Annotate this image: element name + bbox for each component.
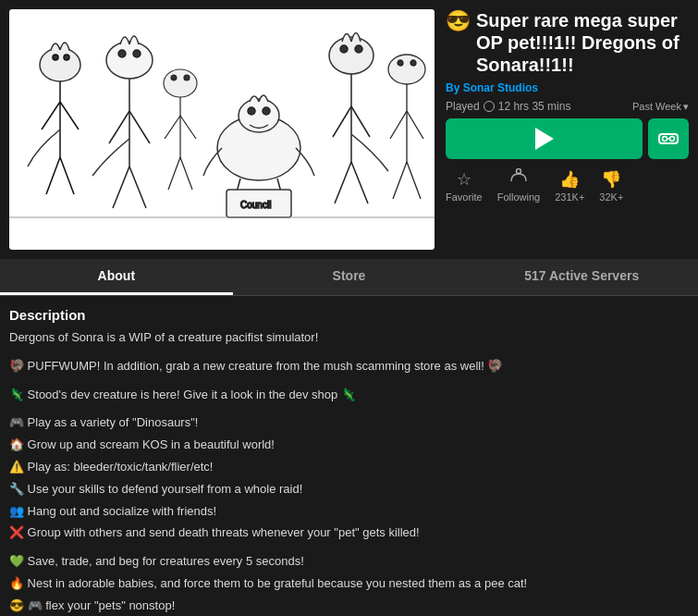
likes-count: 231K+: [555, 191, 584, 203]
stat-dislikes[interactable]: 👎 32K+: [599, 169, 623, 203]
svg-line-43: [407, 111, 423, 139]
tab-servers[interactable]: 517 Active Servers: [465, 259, 698, 295]
svg-line-34: [333, 106, 351, 137]
svg-point-51: [670, 137, 675, 142]
svg-point-47: [410, 60, 416, 66]
tab-store[interactable]: Store: [233, 259, 466, 295]
description-line: [9, 351, 689, 354]
stat-following[interactable]: Following: [497, 168, 540, 203]
play-time-value: 12 hrs 35 mins: [498, 100, 571, 113]
game-title-text: Super rare mega super OP pet!!!1!! Drego…: [476, 9, 689, 76]
play-time-row: Played 12 hrs 35 mins Past Week ▾: [446, 100, 689, 113]
svg-line-36: [335, 162, 351, 203]
svg-line-3: [60, 102, 79, 129]
description-line: 👥 Hang out and socialize with friends!: [9, 502, 689, 522]
svg-point-46: [398, 60, 403, 66]
following-label: Following: [497, 191, 540, 203]
stat-favorite[interactable]: ☆ Favorite: [446, 169, 483, 203]
description-line: 🔥 Nest in adorable babies, and force the…: [9, 574, 689, 594]
dislikes-count: 32K+: [599, 191, 623, 203]
svg-point-25: [239, 99, 279, 132]
play-button[interactable]: [446, 118, 643, 159]
svg-line-42: [390, 111, 407, 139]
svg-line-11: [129, 111, 150, 143]
past-week-dropdown[interactable]: Past Week ▾: [632, 101, 689, 113]
svg-point-16: [164, 69, 197, 97]
svg-point-6: [53, 55, 58, 60]
svg-point-27: [263, 107, 270, 115]
game-title: 😎 Super rare mega super OP pet!!!1!! Dre…: [446, 9, 689, 76]
description-line: 🦃 PUFFWUMP! In addition, grab a new crea…: [9, 357, 689, 376]
svg-line-19: [180, 116, 196, 139]
tab-about[interactable]: About: [0, 259, 233, 295]
svg-point-22: [171, 75, 177, 80]
svg-point-0: [40, 48, 80, 81]
stat-likes[interactable]: 👍 231K+: [555, 169, 584, 203]
svg-point-53: [516, 169, 520, 174]
svg-point-39: [355, 45, 362, 53]
description-line: ❌ Group with others and send death threa…: [9, 524, 689, 543]
svg-point-8: [106, 42, 153, 79]
clock-icon: [484, 101, 495, 112]
title-emoji: 😎: [446, 9, 471, 33]
description-line: [9, 379, 689, 383]
creator-link[interactable]: Sonar Studios: [463, 81, 538, 94]
svg-point-40: [388, 55, 425, 84]
stats-row: ☆ Favorite Following 👍 231K+ 👎: [446, 165, 689, 203]
description-line: 💚 Save, trade, and beg for creatures eve…: [9, 552, 689, 572]
chevron-down-icon: ▾: [683, 101, 689, 113]
svg-point-26: [248, 107, 255, 115]
svg-line-18: [165, 116, 180, 139]
svg-point-38: [340, 45, 348, 53]
play-triangle-icon: [535, 128, 554, 150]
description-line: 🔧 Use your skills to defend yourself fro…: [9, 480, 689, 499]
description-line: [9, 407, 689, 411]
thumbs-up-icon: 👍: [559, 169, 580, 190]
svg-line-35: [351, 106, 370, 137]
following-icon: [509, 168, 528, 190]
favorite-icon: ☆: [457, 169, 471, 190]
svg-line-2: [42, 102, 60, 129]
favorite-label: Favorite: [446, 191, 483, 203]
tabs-bar: About Store 517 Active Servers: [0, 259, 698, 296]
played-label: Played: [446, 100, 480, 113]
past-week-label: Past Week: [632, 101, 681, 112]
svg-point-23: [184, 75, 190, 80]
svg-point-32: [329, 37, 373, 74]
svg-line-37: [351, 162, 368, 203]
svg-line-10: [109, 111, 129, 143]
svg-line-20: [168, 157, 180, 190]
description-line: ⚠️ Play as: bleeder/toxic/tank/flier/etc…: [9, 458, 689, 477]
vr-button[interactable]: [648, 118, 689, 159]
description-line: Dergons of Sonra is a WIP of a creature …: [9, 328, 689, 348]
svg-point-15: [133, 50, 141, 57]
svg-line-12: [113, 166, 129, 208]
description-line: 🦎 Stood's dev creature is here! Give it …: [9, 386, 689, 405]
description-line: 🎮 Play as a variety of "Dinosaurs"!: [9, 413, 689, 433]
game-info-panel: 😎 Super rare mega super OP pet!!!1!! Dre…: [446, 9, 689, 250]
description-line: 🏠 Grow up and scream KOS in a beautiful …: [9, 436, 689, 455]
svg-point-14: [118, 50, 126, 57]
svg-line-4: [46, 157, 60, 194]
svg-point-7: [64, 55, 69, 60]
svg-point-50: [663, 137, 667, 142]
svg-line-5: [60, 157, 74, 194]
svg-line-13: [129, 166, 146, 208]
play-buttons-row: [446, 118, 689, 159]
svg-line-21: [180, 157, 192, 190]
top-section: Council: [0, 0, 698, 259]
svg-line-44: [393, 162, 407, 199]
description-line: [9, 546, 689, 549]
content-area: Description Dergons of Sonra is a WIP of…: [0, 296, 698, 616]
game-thumbnail: Council: [9, 9, 435, 250]
description-body: Dergons of Sonra is a WIP of a creature …: [9, 328, 689, 616]
svg-text:Council: Council: [240, 200, 271, 210]
svg-line-45: [407, 162, 421, 199]
description-line: 😎 🎮 flex your "pets" nonstop!: [9, 597, 689, 616]
game-creator: By Sonar Studios: [446, 81, 689, 94]
description-title: Description: [9, 307, 689, 323]
thumbs-down-icon: 👎: [601, 169, 621, 190]
vr-icon: [657, 128, 680, 150]
